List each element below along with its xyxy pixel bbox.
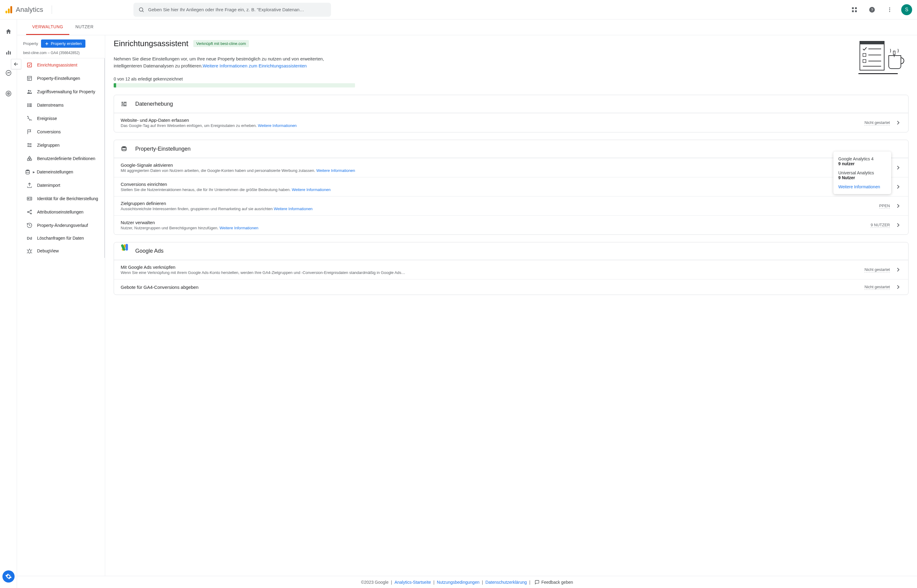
- learn-more-link[interactable]: Weitere Informationen zum Einrichtungsas…: [203, 63, 307, 68]
- more-vert-icon[interactable]: [883, 4, 896, 16]
- svg-line-60: [31, 252, 32, 253]
- footer-link-terms[interactable]: Nutzungsbedingungen: [437, 580, 479, 585]
- divider: [52, 5, 52, 14]
- property-path[interactable]: best-cline.com – GA4 (356642852): [23, 50, 105, 58]
- sidebar-item-label: Datenstreams: [37, 103, 63, 108]
- more-link[interactable]: Weitere Informationen: [258, 123, 296, 128]
- svg-rect-3: [855, 7, 857, 9]
- top-bar: Analytics ? S: [0, 0, 917, 19]
- chevron-right-icon: [895, 222, 901, 228]
- sidebar-item-label: Dateneinstellungen: [37, 170, 73, 174]
- svg-rect-74: [124, 102, 126, 103]
- sidebar-item-audiences[interactable]: Zielgruppen: [23, 139, 104, 152]
- admin-gear-button[interactable]: [2, 570, 15, 583]
- feedback-icon: [535, 580, 540, 585]
- back-button[interactable]: [11, 59, 21, 69]
- footer-feedback[interactable]: Feedback geben: [535, 580, 573, 585]
- sidebar-item-property-settings[interactable]: Property-Einstellungen: [23, 72, 104, 85]
- svg-marker-70: [872, 73, 896, 74]
- more-link[interactable]: Weitere Informationen: [274, 207, 313, 211]
- tooltip-more-link[interactable]: Weitere Informationen: [838, 184, 886, 189]
- help-icon[interactable]: ?: [866, 4, 878, 16]
- create-property-button[interactable]: Property erstellen: [41, 39, 86, 48]
- ga-logo[interactable]: Analytics: [5, 5, 43, 14]
- tab-nutzer[interactable]: NUTZER: [69, 19, 100, 35]
- row-title: Google-Signale aktivieren: [121, 163, 877, 168]
- sidebar-item-attribution[interactable]: Attributionseinstellungen: [23, 205, 104, 219]
- row-ga4-bids[interactable]: Gebote für GA4-Conversions abgeben Nicht…: [114, 279, 908, 295]
- row-title: Nutzer verwalten: [121, 220, 866, 225]
- sidebar-item-access[interactable]: Zugriffsverwaltung für Property: [23, 85, 104, 99]
- svg-rect-31: [29, 105, 32, 106]
- property-label: Property: [23, 41, 38, 46]
- search-box[interactable]: [133, 3, 331, 17]
- reports-icon[interactable]: [2, 46, 15, 58]
- search-input[interactable]: [148, 7, 326, 12]
- main-panel: Einrichtungsassistent Verknüpft mit best…: [105, 35, 917, 588]
- svg-point-26: [30, 90, 31, 91]
- footer-link-privacy[interactable]: Datenschutzerklärung: [485, 580, 527, 585]
- svg-point-47: [28, 198, 29, 199]
- sidebar-item-conversions[interactable]: Conversions: [23, 125, 104, 139]
- apps-icon[interactable]: [848, 4, 860, 16]
- svg-point-33: [28, 116, 28, 117]
- page-description: Nehmen Sie diese Einstellungen vor, um I…: [114, 56, 345, 69]
- svg-point-79: [122, 146, 126, 148]
- row-manage-users[interactable]: Nutzer verwalten Nutzer, Nutzergruppen u…: [114, 215, 908, 234]
- chevron-right-icon: [895, 164, 901, 171]
- svg-point-51: [31, 210, 31, 211]
- svg-point-0: [139, 8, 143, 11]
- sidebar-item-deletion-requests[interactable]: Dd Löschanfragen für Daten: [23, 232, 104, 244]
- tooltip-ga4-title: Google Analytics 4: [838, 157, 886, 161]
- more-link[interactable]: Weitere Informationen: [292, 187, 331, 192]
- svg-rect-22: [28, 76, 31, 80]
- brand-text: Analytics: [16, 6, 43, 14]
- footer: ©2023 Google | Analytics-Startseite | Nu…: [17, 576, 917, 588]
- footer-link-home[interactable]: Analytics-Startseite: [395, 580, 431, 585]
- sidebar-item-datastreams[interactable]: Datenstreams: [23, 99, 104, 112]
- sidebar-item-label: Datenimport: [37, 183, 60, 188]
- sidebar-item-setup-assistant[interactable]: Einrichtungsassistent: [23, 58, 104, 72]
- sidebar-item-data-settings[interactable]: ▸ Dateneinstellungen: [23, 165, 104, 179]
- row-google-signals[interactable]: Google-Signale aktivieren Mit aggregiert…: [114, 158, 908, 177]
- tooltip-ga4-count: 9 nutzer: [838, 161, 886, 166]
- sidebar-item-data-import[interactable]: Datenimport: [23, 179, 104, 192]
- svg-point-55: [28, 250, 31, 253]
- svg-rect-62: [860, 41, 884, 44]
- svg-point-25: [28, 90, 29, 91]
- home-icon[interactable]: [2, 26, 15, 38]
- row-title: Zielgruppen definieren: [121, 201, 875, 206]
- row-link-ads[interactable]: Mit Google Ads verknüpfen Wenn Sie eine …: [114, 260, 908, 279]
- svg-point-35: [28, 143, 29, 144]
- chevron-right-icon: [895, 267, 901, 273]
- row-web-app-data[interactable]: Website- und App-Daten erfassen Das Goog…: [114, 113, 908, 132]
- svg-rect-29: [28, 106, 29, 107]
- row-define-audiences[interactable]: Zielgruppen definieren Aussichtsreichste…: [114, 196, 908, 215]
- svg-text:?: ?: [871, 7, 873, 12]
- more-link[interactable]: Weitere Informationen: [316, 168, 355, 173]
- more-link[interactable]: Weitere Informationen: [219, 226, 258, 230]
- sidebar-item-label: Benutzerdefinierte Definitionen: [37, 156, 95, 161]
- tab-verwaltung[interactable]: VERWALTUNG: [26, 19, 69, 35]
- row-setup-conversions[interactable]: Conversions einrichten Stellen Sie die N…: [114, 177, 908, 196]
- sidebar-item-change-history[interactable]: Property-Änderungsverlauf: [23, 219, 104, 232]
- sidebar-item-identity[interactable]: Identität für die Berichterstellung: [23, 192, 104, 205]
- svg-point-9: [889, 9, 890, 10]
- sidebar-item-custom-defs[interactable]: Benutzerdefinierte Definitionen: [23, 152, 104, 165]
- progress-label: 0 von 12 als erledigt gekennzeichnet: [114, 76, 842, 81]
- advertising-icon[interactable]: [2, 87, 15, 100]
- svg-line-59: [27, 252, 28, 253]
- sidebar-item-debugview[interactable]: DebugView: [23, 244, 104, 258]
- account-avatar[interactable]: S: [901, 4, 912, 15]
- svg-line-1: [143, 11, 144, 12]
- svg-rect-78: [123, 105, 126, 106]
- plus-icon: [45, 42, 49, 46]
- tooltip-ua-title: Universal Analytics: [838, 170, 886, 175]
- row-status: PPEN: [879, 204, 890, 208]
- chevron-right-icon: [895, 120, 901, 126]
- svg-rect-42: [28, 159, 29, 161]
- chevron-right-icon: [895, 203, 901, 209]
- search-icon: [138, 7, 144, 13]
- svg-rect-61: [860, 41, 884, 70]
- sidebar-item-events[interactable]: Ereignisse: [23, 112, 104, 125]
